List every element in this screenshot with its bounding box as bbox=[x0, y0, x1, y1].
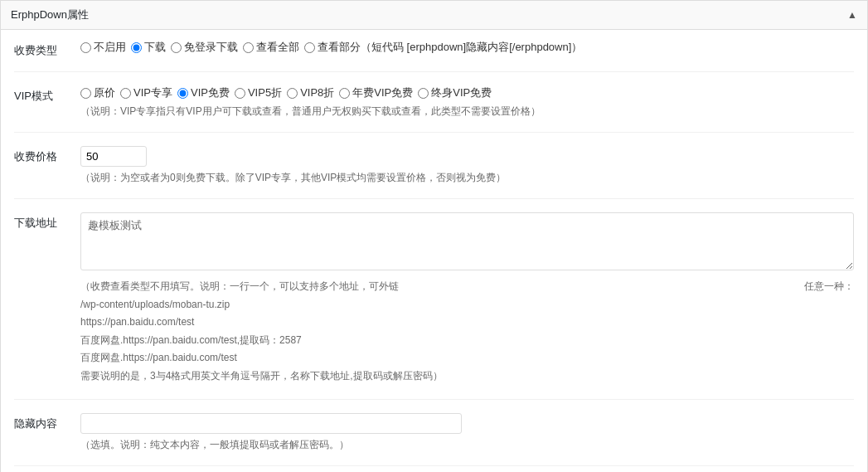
vip-annual-free-label: 年费VIP免费 bbox=[352, 85, 413, 100]
price-label: 收费价格 bbox=[14, 146, 80, 164]
download-url-hint-row1: （收费查看类型不用填写。说明：一行一个，可以支持多个地址，可外链 任意一种： bbox=[80, 278, 854, 296]
fee-download-option[interactable]: 下载 bbox=[131, 40, 166, 55]
vip-5off-option[interactable]: VIP5折 bbox=[235, 85, 282, 100]
fee-all-label: 查看全部 bbox=[256, 40, 299, 55]
vip-original-option[interactable]: 原价 bbox=[80, 85, 115, 100]
vip-8off-option[interactable]: VIP8折 bbox=[287, 85, 334, 100]
fee-free-login-radio[interactable] bbox=[171, 42, 182, 53]
vip-mode-radio-group: 原价 VIP专享 VIP免费 VIP5折 bbox=[80, 85, 854, 100]
download-url-content: （收费查看类型不用填写。说明：一行一个，可以支持多个地址，可外链 任意一种： /… bbox=[80, 212, 854, 386]
vip-free-radio[interactable] bbox=[177, 88, 188, 99]
vip-annual-free-option[interactable]: 年费VIP免费 bbox=[339, 85, 413, 100]
price-content: （说明：为空或者为0则免费下载。除了VIP专享，其他VIP模式均需要设置价格，否… bbox=[80, 146, 854, 185]
hidden-content-label: 隐藏内容 bbox=[14, 413, 80, 431]
fee-free-login-label: 免登录下载 bbox=[184, 40, 238, 55]
download-url-hint4: 百度网盘.https://pan.baidu.com/test,提取码：2587 bbox=[80, 332, 854, 350]
panel-body: 收费类型 不启用 下载 免登录下载 bbox=[1, 30, 867, 472]
vip-mode-label: VIP模式 bbox=[14, 85, 80, 104]
erphpdown-panel: ErphpDown属性 ▲ 收费类型 不启用 下载 免 bbox=[0, 0, 868, 472]
fee-none-label: 不启用 bbox=[94, 40, 126, 55]
hidden-content-content: （选填。说明：纯文本内容，一般填提取码或者解压密码。） bbox=[80, 413, 854, 452]
download-url-hint3: https://pan.baidu.com/test bbox=[80, 314, 854, 332]
vip-exclusive-label: VIP专享 bbox=[133, 85, 172, 100]
download-url-hint-block: （收费查看类型不用填写。说明：一行一个，可以支持多个地址，可外链 任意一种： /… bbox=[80, 278, 854, 386]
price-row: 收费价格 （说明：为空或者为0则免费下载。除了VIP专享，其他VIP模式均需要设… bbox=[14, 146, 854, 199]
vip-free-label: VIP免费 bbox=[191, 85, 230, 100]
fee-all-radio[interactable] bbox=[243, 42, 254, 53]
fee-free-login-option[interactable]: 免登录下载 bbox=[171, 40, 238, 55]
fee-type-row: 收费类型 不启用 下载 免登录下载 bbox=[14, 40, 854, 72]
download-url-hint6: 需要说明的是，3与4格式用英文半角逗号隔开，名称下载地址,提取码或解压密码） bbox=[80, 367, 854, 386]
fee-type-content: 不启用 下载 免登录下载 查看全部 bbox=[80, 40, 854, 58]
fee-part-label: 查看部分（短代码 [erphpdown]隐藏内容[/erphpdown]） bbox=[318, 40, 582, 55]
vip-annual-free-radio[interactable] bbox=[339, 88, 350, 99]
vip-mode-row: VIP模式 原价 VIP专享 VIP免费 bbox=[14, 85, 854, 133]
hidden-content-hint: （选填。说明：纯文本内容，一般填提取码或者解压密码。） bbox=[80, 437, 854, 452]
vip-8off-label: VIP8折 bbox=[300, 85, 334, 100]
vip-8off-radio[interactable] bbox=[287, 88, 298, 99]
panel-header: ErphpDown属性 ▲ bbox=[1, 1, 867, 30]
price-input[interactable] bbox=[80, 146, 147, 167]
download-url-hint1-right: 任意一种： bbox=[804, 278, 854, 296]
panel-title: ErphpDown属性 bbox=[11, 7, 89, 22]
fee-type-label: 收费类型 bbox=[14, 40, 80, 58]
vip-original-radio[interactable] bbox=[80, 88, 91, 99]
download-url-row: 下载地址 （收费查看类型不用填写。说明：一行一个，可以支持多个地址，可外链 任意… bbox=[14, 212, 854, 400]
download-url-hint1: （收费查看类型不用填写。说明：一行一个，可以支持多个地址，可外链 bbox=[80, 278, 399, 296]
fee-download-label: 下载 bbox=[144, 40, 166, 55]
download-url-hint5: 百度网盘.https://pan.baidu.com/test bbox=[80, 349, 854, 367]
download-url-label: 下载地址 bbox=[14, 212, 80, 231]
vip-5off-radio[interactable] bbox=[235, 88, 245, 99]
vip-exclusive-option[interactable]: VIP专享 bbox=[120, 85, 172, 100]
fee-all-option[interactable]: 查看全部 bbox=[243, 40, 299, 55]
vip-mode-hint: （说明：VIP专享指只有VIP用户可下载或查看，普通用户无权购买下载或查看，此类… bbox=[80, 104, 854, 119]
vip-lifetime-free-label: 终身VIP免费 bbox=[431, 85, 492, 100]
fee-download-radio[interactable] bbox=[131, 42, 142, 53]
collapse-icon[interactable]: ▲ bbox=[847, 9, 857, 21]
hidden-content-input[interactable] bbox=[80, 413, 462, 434]
vip-free-option[interactable]: VIP免费 bbox=[177, 85, 230, 100]
download-url-textarea[interactable] bbox=[80, 212, 854, 270]
download-url-hint2: /wp-content/uploads/moban-tu.zip bbox=[80, 296, 854, 314]
vip-original-label: 原价 bbox=[94, 85, 115, 100]
fee-none-radio[interactable] bbox=[80, 42, 91, 53]
vip-exclusive-radio[interactable] bbox=[120, 88, 131, 99]
fee-part-option[interactable]: 查看部分（短代码 [erphpdown]隐藏内容[/erphpdown]） bbox=[304, 40, 582, 55]
vip-lifetime-free-option[interactable]: 终身VIP免费 bbox=[418, 85, 492, 100]
hidden-content-row: 隐藏内容 （选填。说明：纯文本内容，一般填提取码或者解压密码。） bbox=[14, 413, 854, 466]
fee-none-option[interactable]: 不启用 bbox=[80, 40, 126, 55]
vip-mode-content: 原价 VIP专享 VIP免费 VIP5折 bbox=[80, 85, 854, 119]
price-hint: （说明：为空或者为0则免费下载。除了VIP专享，其他VIP模式均需要设置价格，否… bbox=[80, 170, 854, 185]
fee-type-radio-group: 不启用 下载 免登录下载 查看全部 bbox=[80, 40, 854, 55]
fee-part-radio[interactable] bbox=[304, 42, 315, 53]
vip-lifetime-free-radio[interactable] bbox=[418, 88, 429, 99]
vip-5off-label: VIP5折 bbox=[248, 85, 282, 100]
